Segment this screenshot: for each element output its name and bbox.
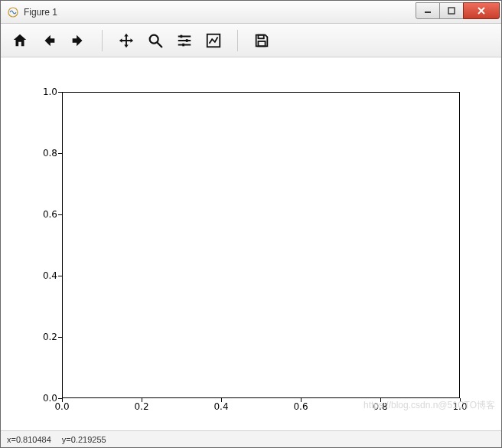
y-tick-mark — [58, 92, 62, 93]
status-y: y=0.219255 — [62, 435, 106, 444]
toolbar — [1, 24, 501, 57]
zoom-button[interactable] — [144, 29, 167, 52]
maximize-button[interactable] — [439, 2, 464, 19]
toolbar-separator — [102, 30, 103, 51]
y-tick-label: 0.8 — [43, 148, 57, 159]
x-tick-label: 0.2 — [134, 401, 148, 412]
svg-rect-4 — [181, 34, 183, 38]
close-button[interactable] — [463, 2, 500, 19]
arrow-left-icon — [41, 32, 57, 49]
statusbar: x=0.810484 y=0.219255 — [1, 430, 501, 447]
minimize-button[interactable] — [416, 2, 440, 19]
figure-window: Figure 1 — [0, 0, 502, 448]
plot-axes — [62, 92, 460, 398]
status-x: x=0.810484 — [7, 435, 51, 444]
zoom-icon — [147, 32, 164, 49]
x-tick-label: 1.0 — [452, 401, 467, 412]
save-button[interactable] — [250, 29, 273, 52]
x-tick-label: 0.8 — [373, 401, 387, 412]
pan-button[interactable] — [115, 29, 138, 52]
svg-rect-1 — [425, 11, 431, 13]
subplots-button[interactable] — [173, 29, 196, 52]
maximize-icon — [448, 7, 455, 15]
y-tick-label: 0.0 — [43, 393, 57, 404]
svg-rect-8 — [258, 34, 263, 38]
axes-edit-button[interactable] — [202, 29, 225, 52]
home-button[interactable] — [8, 29, 31, 52]
back-button[interactable] — [37, 29, 60, 52]
x-tick-label: 0.6 — [293, 401, 308, 412]
y-tick-mark — [58, 276, 62, 276]
app-icon — [7, 6, 19, 18]
y-tick-label: 0.4 — [43, 270, 57, 281]
y-tick-mark — [58, 337, 62, 338]
y-tick-mark — [58, 153, 62, 154]
titlebar[interactable]: Figure 1 — [1, 1, 501, 24]
arrow-right-icon — [70, 32, 86, 49]
x-tick-label: 0.4 — [214, 401, 228, 412]
toolbar-separator — [237, 30, 238, 51]
y-tick-label: 0.2 — [43, 332, 57, 342]
y-tick-label: 0.6 — [43, 209, 57, 220]
minimize-icon — [424, 7, 432, 15]
sliders-icon — [176, 32, 193, 49]
home-icon — [11, 32, 28, 49]
y-tick-mark — [58, 214, 62, 215]
y-tick-label: 1.0 — [43, 87, 57, 97]
save-icon — [253, 32, 270, 49]
window-buttons — [416, 2, 500, 19]
forward-button[interactable] — [67, 29, 90, 52]
svg-rect-2 — [448, 8, 455, 14]
window-title: Figure 1 — [24, 7, 416, 18]
chart-line-icon — [205, 32, 222, 49]
close-icon — [477, 6, 486, 15]
svg-rect-9 — [258, 41, 265, 45]
plot-canvas[interactable]: 0.00.20.40.60.81.00.00.20.40.60.81.0 htt… — [1, 57, 501, 430]
move-icon — [118, 32, 135, 49]
y-tick-mark — [58, 398, 62, 399]
svg-rect-5 — [186, 39, 188, 42]
svg-rect-6 — [182, 43, 184, 46]
